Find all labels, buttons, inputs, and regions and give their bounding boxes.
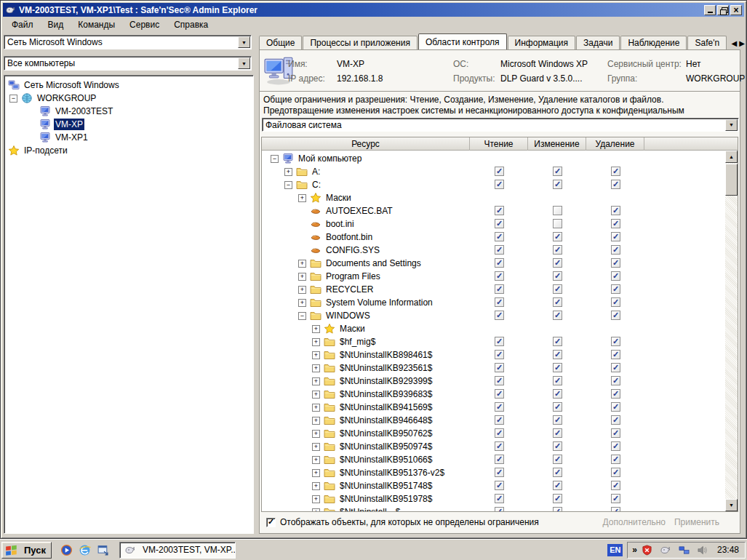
modify-checkbox[interactable]: [553, 206, 562, 215]
tree-item-vm-xp[interactable]: VM-XP: [4, 118, 253, 131]
modify-checkbox[interactable]: [553, 415, 562, 425]
menu-item[interactable]: Вид: [41, 18, 71, 32]
resource-row-system-volume-information[interactable]: + System Volume Information: [262, 296, 738, 309]
resource-row-$ntuninstallkb941569$[interactable]: + $NtUninstallKB941569$: [262, 401, 738, 414]
chevron-down-icon[interactable]: [238, 36, 250, 48]
delete-checkbox[interactable]: [611, 284, 620, 294]
resource-row-маски[interactable]: + Маски: [262, 322, 738, 335]
delete-checkbox[interactable]: [611, 402, 620, 412]
modify-checkbox[interactable]: [553, 455, 562, 464]
delete-checkbox[interactable]: [611, 441, 620, 451]
tree-item-ip-подсети[interactable]: IP-подсети: [4, 144, 253, 157]
delete-checkbox[interactable]: [611, 337, 620, 346]
modify-checkbox[interactable]: [553, 389, 562, 399]
modify-checkbox[interactable]: [553, 376, 562, 385]
expander-icon[interactable]: +: [312, 325, 320, 333]
delete-checkbox[interactable]: [611, 363, 620, 372]
delete-checkbox[interactable]: [611, 297, 620, 307]
resource-row-$ntuninstallkb950974$[interactable]: + $NtUninstallKB950974$: [262, 440, 738, 453]
menu-item[interactable]: Файл: [4, 18, 41, 32]
tab-задачи[interactable]: Задачи: [576, 36, 620, 49]
tree-item-vm-xp1[interactable]: VM-XP1: [4, 131, 253, 144]
tab-общие[interactable]: Общие: [259, 36, 302, 49]
scrollbar-thumb[interactable]: [725, 164, 738, 196]
tab-процессы-и-приложения[interactable]: Процессы и приложения: [303, 36, 417, 49]
expander-icon[interactable]: +: [298, 260, 306, 268]
resource-row-маски[interactable]: + Маски: [262, 191, 738, 204]
delete-checkbox[interactable]: [611, 167, 620, 176]
resource-row-$ntuninstallkb950762$[interactable]: + $NtUninstallKB950762$: [262, 427, 738, 440]
modify-checkbox[interactable]: [553, 363, 562, 372]
read-checkbox[interactable]: [495, 428, 504, 438]
expander-icon[interactable]: +: [312, 482, 320, 490]
show-undefined-objects-checkbox[interactable]: [266, 518, 276, 527]
show-desktop-icon[interactable]: [97, 544, 109, 556]
resource-row-bootfont.bin[interactable]: Bootfont.bin: [262, 231, 738, 244]
modify-checkbox[interactable]: [553, 441, 562, 451]
read-checkbox[interactable]: [495, 389, 504, 399]
media-player-icon[interactable]: [60, 544, 73, 556]
read-checkbox[interactable]: [495, 363, 504, 372]
resource-row-c:[interactable]: − C:: [262, 178, 738, 191]
tab-наблюдение[interactable]: Наблюдение: [620, 36, 687, 49]
tab-информация[interactable]: Информация: [508, 36, 575, 49]
resource-row-program-files[interactable]: + Program Files: [262, 270, 738, 283]
column-header[interactable]: Изменение: [528, 137, 586, 151]
read-checkbox[interactable]: [495, 167, 504, 176]
read-checkbox[interactable]: [495, 455, 504, 464]
expander-icon[interactable]: +: [312, 391, 320, 399]
resource-row-$ntuninstallkb923561$[interactable]: + $NtUninstallKB923561$: [262, 361, 738, 375]
read-checkbox[interactable]: [495, 481, 504, 490]
read-checkbox[interactable]: [495, 219, 504, 228]
advanced-button[interactable]: Дополнительно: [603, 517, 666, 527]
delete-checkbox[interactable]: [611, 206, 620, 215]
chevron-down-icon[interactable]: [725, 119, 738, 131]
modify-checkbox[interactable]: [553, 284, 562, 294]
scope-select[interactable]: Файловая система: [262, 118, 739, 132]
column-header[interactable]: Ресурс: [262, 137, 470, 151]
tab-области-контроля[interactable]: Области контроля: [418, 33, 507, 49]
resource-row-$ntuninstallkb951748$[interactable]: + $NtUninstallKB951748$: [262, 479, 738, 492]
delete-checkbox[interactable]: [611, 389, 620, 399]
resource-row-autoexec.bat[interactable]: AUTOEXEC.BAT: [262, 204, 738, 217]
minimize-button[interactable]: [704, 5, 716, 15]
tree-item-сеть-microsoft-windows[interactable]: Сеть Microsoft Windows: [4, 79, 253, 92]
internet-explorer-icon[interactable]: [79, 544, 91, 556]
resource-row-$ntuninstallkb939683$[interactable]: + $NtUninstallKB939683$: [262, 388, 738, 401]
expander-icon[interactable]: +: [298, 286, 306, 294]
safensec-rhino-icon[interactable]: [660, 544, 671, 556]
read-checkbox[interactable]: [495, 297, 504, 307]
resource-row-$ntuninstallkb951978$[interactable]: + $NtUninstallKB951978$: [262, 492, 738, 505]
delete-checkbox[interactable]: [611, 271, 620, 281]
expander-icon[interactable]: +: [312, 404, 320, 412]
delete-checkbox[interactable]: [611, 219, 620, 228]
expander-icon[interactable]: +: [312, 443, 320, 451]
read-checkbox[interactable]: [495, 468, 504, 477]
modify-checkbox[interactable]: [553, 350, 562, 359]
resource-row-$ntuninstallkb951066$[interactable]: + $NtUninstallKB951066$: [262, 453, 738, 466]
modify-checkbox[interactable]: [553, 297, 562, 307]
modify-checkbox[interactable]: [553, 311, 562, 320]
title-bar[interactable]: VM-2003TEST, VM-XP1\Test : Safe'n'Sec® A…: [3, 3, 744, 17]
modify-checkbox[interactable]: [553, 494, 562, 503]
delete-checkbox[interactable]: [611, 180, 620, 189]
tree-item-vm-2003test[interactable]: VM-2003TEST: [4, 105, 253, 118]
expander-icon[interactable]: +: [312, 364, 320, 372]
menu-item[interactable]: Команды: [71, 18, 122, 32]
delete-checkbox[interactable]: [611, 258, 620, 268]
scroll-down-icon[interactable]: ▼: [725, 499, 738, 511]
expander-icon[interactable]: +: [298, 299, 306, 307]
vertical-scrollbar[interactable]: ▲ ▼: [725, 151, 738, 511]
column-header[interactable]: Удаление: [586, 137, 644, 151]
delete-checkbox[interactable]: [611, 232, 620, 241]
expander-icon[interactable]: +: [298, 194, 306, 202]
resource-row-$ntuninstall-$[interactable]: + $NtUninstall…$: [262, 505, 738, 511]
modify-checkbox[interactable]: [553, 180, 562, 189]
resource-row-$hf_mig$[interactable]: + $hf_mig$: [262, 335, 738, 348]
resource-row-$ntuninstallkb946648$[interactable]: + $NtUninstallKB946648$: [262, 414, 738, 427]
expander-icon[interactable]: +: [298, 273, 306, 281]
security-shield-icon[interactable]: [642, 545, 652, 556]
read-checkbox[interactable]: [495, 232, 504, 241]
tab-scroll-left-icon[interactable]: ◀: [732, 39, 738, 47]
read-checkbox[interactable]: [495, 311, 504, 320]
